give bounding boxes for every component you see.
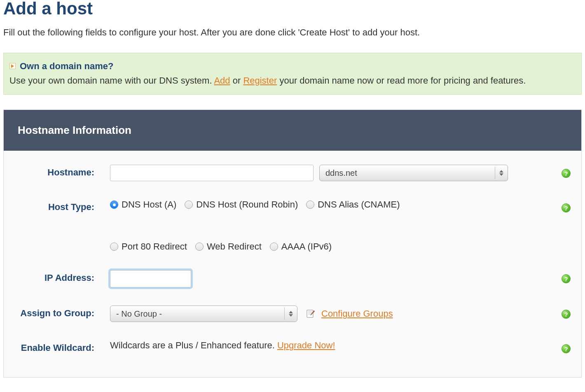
radio-icon [110, 243, 118, 251]
ip-address-label: IP Address: [44, 273, 94, 283]
radio-label: Port 80 Redirect [122, 241, 187, 252]
hostname-label: Hostname: [47, 167, 94, 177]
domain-select-value: ddns.net [325, 168, 357, 178]
help-icon[interactable]: ? [562, 274, 571, 283]
notice-title: Own a domain name? [20, 61, 113, 72]
radio-icon [195, 243, 204, 251]
add-domain-link[interactable]: Add [214, 75, 230, 86]
ip-address-input[interactable] [110, 270, 191, 287]
assign-group-label: Assign to Group: [20, 308, 94, 318]
notice-or: or [230, 75, 243, 86]
group-select[interactable]: - No Group - [110, 306, 297, 322]
radio-label: DNS Host (Round Robin) [196, 199, 298, 210]
help-icon[interactable]: ? [562, 310, 571, 319]
radio-icon [306, 201, 314, 209]
radio-dns-host-round-robin[interactable]: DNS Host (Round Robin) [185, 199, 298, 210]
radio-web-redirect[interactable]: Web Redirect [195, 241, 262, 252]
help-icon[interactable]: ? [562, 203, 571, 212]
radio-dns-alias-cname[interactable]: DNS Alias (CNAME) [306, 199, 400, 210]
radio-aaaa-ipv6[interactable]: AAAA (IPv6) [270, 241, 332, 252]
radio-label: Web Redirect [207, 241, 262, 252]
notice-body: Use your own domain name with our DNS sy… [9, 74, 575, 87]
page-subtitle: Fill out the following fields to configu… [3, 27, 582, 38]
register-domain-link[interactable]: Register [243, 75, 277, 86]
wildcard-text: Wildcards are a Plus / Enhanced feature. [110, 340, 275, 351]
notice-body-prefix: Use your own domain name with our DNS sy… [9, 75, 214, 86]
radio-icon [270, 243, 278, 251]
hostname-panel: Hostname Information Hostname: ddns.net [3, 110, 582, 378]
hostname-input[interactable] [110, 165, 314, 181]
radio-icon [185, 201, 193, 209]
radio-icon-selected [110, 201, 118, 209]
domain-select[interactable]: ddns.net [319, 165, 508, 181]
help-icon[interactable]: ? [562, 169, 571, 178]
page-title: Add a host [3, 0, 582, 17]
edit-icon [306, 309, 316, 319]
radio-dns-host-a[interactable]: DNS Host (A) [110, 199, 176, 210]
configure-groups-link[interactable]: Configure Groups [321, 308, 393, 319]
help-icon[interactable]: ? [562, 344, 571, 353]
hosttype-label: Host Type: [48, 202, 94, 212]
chevron-updown-icon [287, 311, 295, 317]
radio-label: AAAA (IPv6) [281, 241, 332, 252]
enable-wildcard-label: Enable Wildcard: [21, 343, 94, 353]
radio-port-80-redirect[interactable]: Port 80 Redirect [110, 241, 187, 252]
svg-marker-0 [11, 64, 14, 68]
radio-label: DNS Alias (CNAME) [318, 199, 400, 210]
arrow-right-icon [9, 63, 16, 69]
domain-notice: Own a domain name? Use your own domain n… [3, 53, 582, 95]
group-select-value: - No Group - [116, 309, 162, 319]
upgrade-now-link[interactable]: Upgrade Now! [277, 340, 335, 351]
radio-label: DNS Host (A) [122, 199, 176, 210]
chevron-updown-icon [498, 170, 505, 176]
notice-body-suffix: your domain name now or read more for pr… [277, 75, 526, 86]
panel-header: Hostname Information [4, 110, 581, 151]
